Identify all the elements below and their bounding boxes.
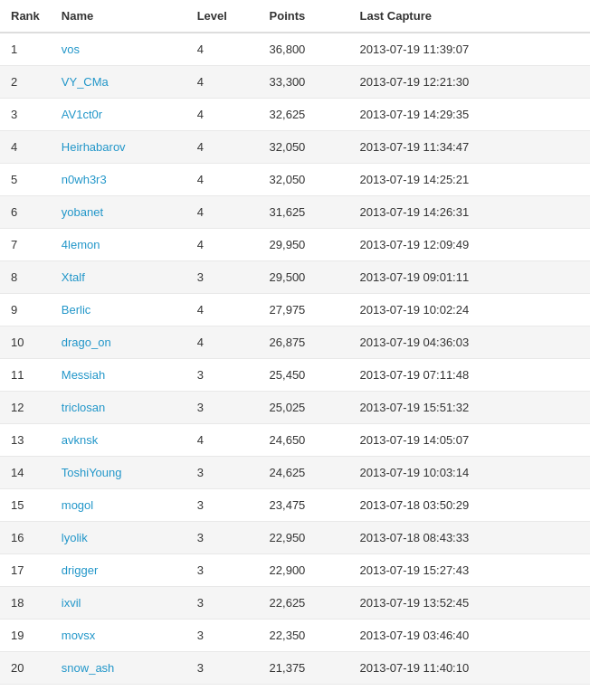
cell-name[interactable]: Berlic: [51, 294, 186, 326]
player-link[interactable]: vos: [62, 43, 80, 56]
cell-level: 3: [186, 359, 259, 392]
cell-level: 4: [186, 424, 259, 457]
player-link[interactable]: drigger: [62, 563, 98, 577]
player-link[interactable]: avknsk: [62, 433, 98, 447]
table-row: 20snow_ash321,3752013-07-19 11:40:10: [0, 652, 590, 685]
table-row: 9Berlic427,9752013-07-19 10:02:24: [0, 294, 590, 326]
player-link[interactable]: ToshiYoung: [62, 466, 122, 479]
cell-points: 32,050: [259, 131, 349, 164]
player-link[interactable]: 4lemon: [62, 238, 100, 251]
table-row: 1vos436,8002013-07-19 11:39:07: [0, 33, 590, 66]
cell-points: 22,350: [259, 620, 349, 652]
cell-points: 26,875: [259, 326, 349, 359]
player-link[interactable]: drago_on: [62, 336, 111, 349]
cell-last-capture: 2013-07-18 08:43:33: [348, 522, 590, 554]
table-row: 4Heirhabarov432,0502013-07-19 11:34:47: [0, 131, 590, 164]
player-link[interactable]: VY_CMa: [62, 75, 109, 89]
cell-rank: 20: [0, 652, 51, 685]
cell-level: 3: [186, 652, 259, 685]
player-link[interactable]: n0wh3r3: [62, 173, 107, 186]
table-row: 6yobanet431,6252013-07-19 14:26:31: [0, 196, 590, 229]
cell-last-capture: 2013-07-19 14:29:35: [348, 99, 590, 131]
cell-level: 4: [186, 33, 259, 66]
player-link[interactable]: snow_ash: [62, 661, 115, 675]
cell-name[interactable]: Xtalf: [51, 261, 186, 294]
table-row: 5n0wh3r3432,0502013-07-19 14:25:21: [0, 164, 590, 196]
cell-name[interactable]: vos: [51, 33, 186, 66]
cell-last-capture: 2013-07-18 03:50:29: [348, 489, 590, 522]
cell-level: 3: [186, 457, 259, 489]
cell-last-capture: 2013-07-19 11:39:07: [348, 33, 590, 66]
player-link[interactable]: yobanet: [62, 205, 103, 219]
cell-last-capture: 2013-07-19 15:27:43: [348, 554, 590, 587]
cell-points: 32,625: [259, 99, 349, 131]
table-row: 19movsx322,3502013-07-19 03:46:40: [0, 620, 590, 652]
player-link[interactable]: Berlic: [62, 303, 91, 317]
cell-points: 29,500: [259, 261, 349, 294]
header-rank: Rank: [0, 0, 51, 33]
player-link[interactable]: Messiah: [62, 368, 105, 382]
cell-last-capture: 2013-07-19 11:40:10: [348, 652, 590, 685]
cell-rank: 13: [0, 424, 51, 457]
cell-points: 23,475: [259, 489, 349, 522]
cell-last-capture: 2013-07-19 10:02:24: [348, 294, 590, 326]
cell-last-capture: 2013-07-19 12:09:49: [348, 229, 590, 261]
player-link[interactable]: Xtalf: [62, 270, 85, 284]
player-link[interactable]: Heirhabarov: [62, 140, 126, 154]
cell-last-capture: 2013-07-19 14:26:31: [348, 196, 590, 229]
cell-name[interactable]: drago_on: [51, 326, 186, 359]
table-row: 74lemon429,9502013-07-19 12:09:49: [0, 229, 590, 261]
cell-points: 33,300: [259, 66, 349, 99]
table-row: 16lyolik322,9502013-07-18 08:43:33: [0, 522, 590, 554]
player-link[interactable]: triclosan: [62, 401, 105, 414]
cell-name[interactable]: triclosan: [51, 392, 186, 424]
player-link[interactable]: AV1ct0r: [62, 108, 102, 121]
cell-last-capture: 2013-07-19 11:34:47: [348, 131, 590, 164]
cell-level: 3: [186, 489, 259, 522]
cell-last-capture: 2013-07-19 15:51:32: [348, 392, 590, 424]
cell-level: 4: [186, 164, 259, 196]
cell-points: 24,650: [259, 424, 349, 457]
cell-points: 25,450: [259, 359, 349, 392]
table-row: 14ToshiYoung324,6252013-07-19 10:03:14: [0, 457, 590, 489]
cell-name[interactable]: ixvil: [51, 587, 186, 620]
cell-name[interactable]: ToshiYoung: [51, 457, 186, 489]
cell-name[interactable]: VY_CMa: [51, 66, 186, 99]
cell-rank: 16: [0, 522, 51, 554]
cell-name[interactable]: n0wh3r3: [51, 164, 186, 196]
cell-rank: 6: [0, 196, 51, 229]
header-points: Points: [259, 0, 349, 33]
cell-points: 22,625: [259, 587, 349, 620]
cell-level: 4: [186, 131, 259, 164]
cell-name[interactable]: Heirhabarov: [51, 131, 186, 164]
cell-name[interactable]: drigger: [51, 554, 186, 587]
cell-level: 3: [186, 261, 259, 294]
cell-name[interactable]: lyolik: [51, 522, 186, 554]
cell-name[interactable]: mogol: [51, 489, 186, 522]
cell-last-capture: 2013-07-19 07:11:48: [348, 359, 590, 392]
cell-points: 24,625: [259, 457, 349, 489]
player-link[interactable]: ixvil: [62, 596, 81, 610]
player-link[interactable]: mogol: [62, 498, 93, 512]
cell-name[interactable]: Messiah: [51, 359, 186, 392]
cell-name[interactable]: avknsk: [51, 424, 186, 457]
cell-level: 4: [186, 99, 259, 131]
cell-points: 25,025: [259, 392, 349, 424]
cell-points: 36,800: [259, 33, 349, 66]
cell-name[interactable]: snow_ash: [51, 652, 186, 685]
cell-level: 3: [186, 554, 259, 587]
cell-rank: 9: [0, 294, 51, 326]
cell-name[interactable]: movsx: [51, 620, 186, 652]
cell-rank: 17: [0, 554, 51, 587]
cell-name[interactable]: AV1ct0r: [51, 99, 186, 131]
cell-name[interactable]: yobanet: [51, 196, 186, 229]
cell-level: 3: [186, 587, 259, 620]
cell-name[interactable]: 4lemon: [51, 229, 186, 261]
cell-rank: 2: [0, 66, 51, 99]
table-row: 13avknsk424,6502013-07-19 14:05:07: [0, 424, 590, 457]
cell-last-capture: 2013-07-19 10:03:14: [348, 457, 590, 489]
player-link[interactable]: lyolik: [62, 531, 88, 544]
cell-rank: 15: [0, 489, 51, 522]
header-last-capture: Last Capture: [348, 0, 590, 33]
player-link[interactable]: movsx: [62, 629, 96, 642]
